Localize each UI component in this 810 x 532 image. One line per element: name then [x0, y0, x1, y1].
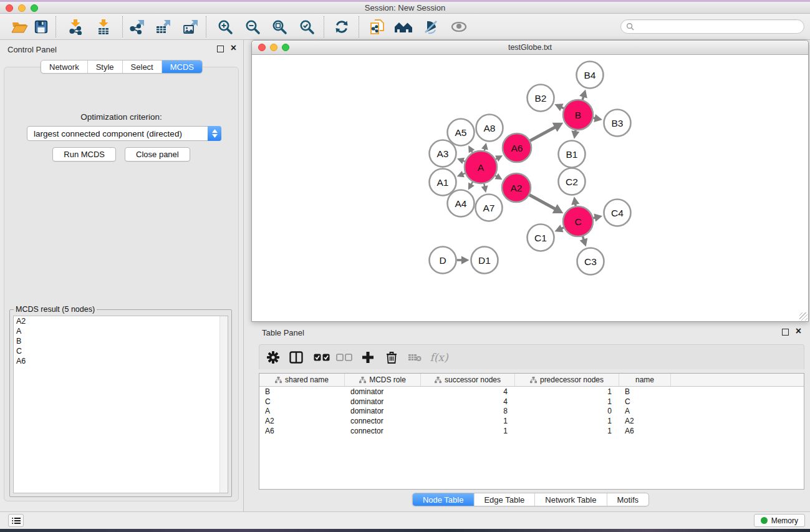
deselect-all-checks-icon[interactable]: [334, 347, 354, 367]
save-session-icon[interactable]: [31, 16, 52, 38]
resize-grip[interactable]: [799, 312, 808, 321]
graph-node-label: B4: [584, 70, 596, 80]
table-row[interactable]: Adominator80A: [259, 406, 804, 416]
mcds-result-list[interactable]: A2ABCA6: [13, 316, 228, 493]
table-row[interactable]: Bdominator41B: [259, 387, 804, 397]
zoom-fit-icon[interactable]: [269, 16, 290, 38]
close-panel-icon[interactable]: ×: [231, 42, 236, 54]
float-panel-icon[interactable]: [217, 46, 224, 52]
toolbar-separator: [122, 16, 123, 37]
tab-node-table[interactable]: Node Table: [413, 493, 475, 506]
select-all-checks-icon[interactable]: [312, 347, 332, 367]
tab-select[interactable]: Select: [123, 60, 162, 73]
clone-network-icon[interactable]: [367, 16, 388, 38]
graph-edge-arrow: [461, 256, 470, 264]
network-view-window[interactable]: testGlobe.txt B4B2BB3A8A5A6A3B1AC2A1A2A4…: [251, 40, 809, 322]
function-builder-icon[interactable]: f(x): [429, 347, 449, 367]
tab-network-table[interactable]: Network Table: [535, 493, 607, 506]
toolbar-separator: [324, 16, 324, 37]
table-row[interactable]: A2connector11A2: [259, 416, 804, 426]
graph-edge-arrow: [594, 114, 602, 122]
import-table-icon[interactable]: [93, 16, 114, 38]
zoom-in-icon[interactable]: [215, 16, 236, 38]
tab-style[interactable]: Style: [88, 60, 123, 73]
export-table-icon[interactable]: [153, 16, 174, 38]
tab-network[interactable]: Network: [41, 60, 88, 73]
toolbar-separator: [359, 16, 359, 37]
settings-gear-icon[interactable]: [263, 347, 283, 367]
close-panel-button[interactable]: Close panel: [125, 147, 190, 162]
toolbar-search[interactable]: [620, 19, 804, 34]
mcds-result-item[interactable]: A6: [14, 356, 228, 366]
close-table-panel-icon[interactable]: ×: [796, 325, 801, 337]
table-row[interactable]: Cdominator41C: [259, 397, 804, 407]
table-cell: B: [619, 387, 671, 396]
add-column-icon[interactable]: [358, 347, 378, 367]
tab-motifs[interactable]: Motifs: [607, 493, 648, 506]
tab-edge-table[interactable]: Edge Table: [474, 493, 535, 506]
toolbar-separator: [206, 16, 206, 37]
graph-node-label: A5: [455, 127, 467, 138]
column-header-empty[interactable]: [671, 374, 804, 386]
delete-column-icon[interactable]: [382, 347, 402, 367]
table-cell: A: [619, 407, 671, 415]
table-cell: A2: [259, 417, 345, 425]
graph-node-label: C3: [584, 256, 597, 267]
refresh-layout-icon[interactable]: [331, 16, 352, 38]
column-header-shared-name[interactable]: shared name: [259, 374, 345, 386]
control-panel-title: Control Panel: [7, 45, 57, 54]
table-cell: 1: [515, 397, 619, 406]
window-titlebar[interactable]: Session: New Session: [0, 2, 810, 14]
tab-mcds[interactable]: MCDS: [162, 60, 202, 74]
column-header-name[interactable]: name: [619, 374, 671, 386]
float-table-panel-icon[interactable]: [782, 329, 789, 336]
import-network-icon[interactable]: [65, 16, 86, 38]
delete-table-icon[interactable]: [405, 347, 425, 367]
graph-edge-A6-B[interactable]: [530, 127, 555, 141]
column-header-label: predecessor nodes: [540, 375, 604, 384]
column-header-predecessor-nodes[interactable]: predecessor nodes: [515, 374, 619, 386]
mcds-result-item[interactable]: B: [14, 336, 228, 346]
result-scrollbar[interactable]: [219, 316, 228, 493]
run-mcds-button[interactable]: Run MCDS: [52, 147, 116, 162]
table-cell: 8: [421, 407, 515, 415]
mcds-result-item[interactable]: A2: [14, 316, 228, 326]
column-header-successor-nodes[interactable]: successor nodes: [421, 374, 515, 386]
graph-node-label: A2: [511, 183, 523, 193]
graph-node-label: C4: [611, 208, 624, 218]
export-image-icon[interactable]: [180, 16, 201, 38]
graph-edge-arrow: [481, 143, 488, 150]
network-canvas[interactable]: B4B2BB3A8A5A6A3B1AC2A1A2A4A7C4CC1C3DD1: [252, 55, 808, 321]
network-window-titlebar[interactable]: testGlobe.txt: [252, 41, 808, 55]
table-row[interactable]: A6connector11A6: [259, 426, 804, 436]
memory-button[interactable]: Memory: [754, 514, 805, 527]
export-network-icon[interactable]: [127, 16, 148, 38]
criterion-select[interactable]: largest connected component (directed): [27, 126, 221, 141]
table-cell: A2: [619, 417, 671, 425]
task-history-button[interactable]: [8, 514, 24, 527]
graph-node-label: D: [439, 255, 446, 266]
search-input[interactable]: [634, 22, 804, 31]
toolbar-separator: [55, 16, 56, 37]
column-header-MCDS-role[interactable]: MCDS role: [345, 374, 421, 386]
table-cell: A: [259, 407, 345, 415]
home-view-icon[interactable]: [393, 16, 414, 38]
graph-edge-A2-C[interactable]: [529, 195, 555, 209]
hide-graphics-details-icon[interactable]: [420, 16, 441, 38]
node-table[interactable]: shared nameMCDS rolesuccessor nodesprede…: [259, 373, 804, 490]
mcds-result-item[interactable]: A: [14, 326, 228, 336]
status-bar: Memory: [0, 511, 810, 529]
list-icon: [12, 517, 21, 525]
table-panel-toolbar: f(x): [259, 344, 804, 369]
table-cell: connector: [345, 427, 421, 435]
graph-edge-arrow: [481, 185, 488, 193]
control-panel-tabs: NetworkStyleSelectMCDS: [41, 60, 203, 74]
table-panel-tabs: Node TableEdge TableNetwork TableMotifs: [412, 493, 649, 506]
open-file-icon[interactable]: [9, 16, 30, 38]
mcds-result-item[interactable]: C: [14, 346, 228, 356]
zoom-selected-icon[interactable]: [296, 16, 317, 38]
graph-node-label: B3: [612, 118, 624, 128]
zoom-out-icon[interactable]: [242, 16, 263, 38]
show-graphics-details-icon[interactable]: [448, 16, 470, 38]
show-column-icon[interactable]: [286, 347, 306, 367]
